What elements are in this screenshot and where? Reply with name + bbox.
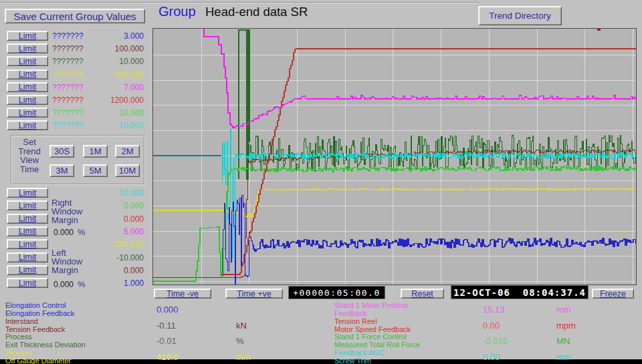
limit-button[interactable]: Limit xyxy=(7,120,48,130)
set-trend-view-time-line: Trend xyxy=(15,147,44,156)
legend-unit: mpm xyxy=(556,321,576,331)
limit-button[interactable]: Limit xyxy=(7,82,48,92)
legend-signal-name: ProcessOff Gauge Diameter xyxy=(5,349,71,364)
trend-view-time-button[interactable]: 10M xyxy=(115,164,140,177)
legend-line1: Stand 1 Mean Position xyxy=(334,302,409,310)
legend-unit: mm xyxy=(556,305,571,315)
group-title: Head-end data SR xyxy=(205,5,308,19)
time-minus-button[interactable]: Time -ve xyxy=(154,289,211,299)
legend-line1: Interstand xyxy=(5,318,65,326)
legend-value: 0.00 xyxy=(483,321,500,331)
legend-signal-name: ProcessExit Thickness Deviation xyxy=(5,333,86,349)
legend-value: 0.000 xyxy=(156,305,179,315)
limit-button[interactable]: Limit xyxy=(7,239,48,249)
legend-value: -0.01 xyxy=(156,336,177,346)
limit-value: 5.000 xyxy=(79,227,144,236)
trend-view-time-button[interactable]: 30S xyxy=(49,145,74,158)
limit-value: 1200.000 xyxy=(79,96,144,105)
trend-view-time-button[interactable]: 1M xyxy=(83,145,108,158)
chart-top-marker xyxy=(597,29,601,31)
right-window-margin-value: 0.000 xyxy=(54,228,74,237)
save-group-values-button[interactable]: Save Current Group Values xyxy=(5,9,145,23)
limit-value: 400.000 xyxy=(79,240,144,249)
limit-button[interactable]: Limit xyxy=(7,43,48,53)
legend-line1: Elongation Control xyxy=(5,302,74,310)
legend-signal-name: Stand 1 Force ControlMeasured Total Roll… xyxy=(334,333,420,349)
limit-button[interactable]: Limit xyxy=(7,214,48,224)
limit-value: 0.000 xyxy=(79,266,144,275)
legend-signal-name: Stand 1 Mean PositionFeedback xyxy=(334,302,409,317)
window-margin-label-line: Margin xyxy=(51,266,82,275)
freeze-button[interactable]: Freeze xyxy=(592,289,634,299)
set-trend-view-time-line: View xyxy=(15,156,44,165)
top-divider xyxy=(0,2,479,3)
window-margin-label-line: Margin xyxy=(51,216,82,224)
limit-button[interactable]: Limit xyxy=(7,278,48,288)
limit-button[interactable]: Limit xyxy=(7,56,48,66)
limit-value: 10.000 xyxy=(79,108,144,118)
datetime-display: 12-OCT-06 08:04:37.4 xyxy=(451,285,588,299)
legend-unit: MN xyxy=(556,336,570,346)
set-trend-view-time-line: Time xyxy=(15,165,44,174)
limit-button[interactable]: Limit xyxy=(7,252,48,262)
legend-line2: Measured Total Roll Force xyxy=(334,341,420,349)
trend-view-time-button[interactable]: 3M xyxy=(49,164,74,177)
trend-display-window: Save Current Group Values Group Head-end… xyxy=(0,0,642,364)
legend-unit: kN xyxy=(236,321,247,331)
trend-directory-button[interactable]: Trend Directory xyxy=(478,6,562,25)
limit-button[interactable]: Limit xyxy=(7,69,48,79)
right-window-margin-label: RightWindowMargin xyxy=(51,198,82,224)
trend-view-time-button[interactable]: 5M xyxy=(83,164,108,177)
limit-value: 100.000 xyxy=(79,44,144,53)
limit-button[interactable]: Limit xyxy=(7,226,48,236)
legend-unit: mm xyxy=(236,352,251,362)
legend-signal-name: Tension ReelMotor Speed Feedback xyxy=(334,318,411,333)
limit-value: 0.000 xyxy=(79,214,144,224)
legend-signal-name: Feedback AGCScrew Trim xyxy=(334,349,385,364)
limit-value: 10.000 xyxy=(79,121,144,130)
limit-button[interactable]: Limit xyxy=(7,31,48,41)
legend-line2: Screw Trim xyxy=(334,357,385,364)
legend-signal-name: Elongation ControlElongation Feedback xyxy=(5,302,74,317)
limit-value: 3.000 xyxy=(79,31,144,41)
legend-line1: Stand 1 Force Control xyxy=(334,333,420,341)
legend-signal-name: InterstandTension Feedback xyxy=(5,318,65,333)
left-window-margin-value: 0.000 xyxy=(54,280,74,289)
legend-value: -0.11 xyxy=(156,321,176,331)
set-trend-view-time-label: SetTrendViewTime xyxy=(15,138,44,174)
time-plus-button[interactable]: Time +ve xyxy=(225,289,283,299)
legend-line2: Exit Thickness Deviation xyxy=(5,341,86,349)
limit-button[interactable]: Limit xyxy=(7,108,48,118)
limit-button[interactable]: Limit xyxy=(7,265,48,275)
left-window-margin-label: LeftWindowMargin xyxy=(51,248,82,275)
limit-button[interactable]: Limit xyxy=(7,200,48,210)
limit-value: 0.000 xyxy=(79,201,144,210)
elapsed-time-display: +00000:05:00.0 xyxy=(288,286,385,299)
trend-chart-svg xyxy=(153,29,636,285)
legend-value: 419.0 xyxy=(156,352,179,362)
legend-line2: Off Gauge Diameter xyxy=(5,357,71,364)
legend-line1: Process xyxy=(5,333,86,341)
limit-value: 500.000 xyxy=(79,70,144,79)
reset-button[interactable]: Reset xyxy=(401,289,444,299)
legend-line1: Feedback AGC xyxy=(334,349,385,357)
legend-line2: Elongation Feedback xyxy=(5,310,74,318)
legend-unit: % xyxy=(236,336,244,346)
limit-value: 10.000 xyxy=(79,57,144,66)
group-label: Group xyxy=(158,4,196,19)
limit-button[interactable]: Limit xyxy=(7,95,48,105)
set-trend-view-time-line: Set xyxy=(15,138,44,147)
bottom-bar xyxy=(0,359,642,364)
limit-value: 1.000 xyxy=(79,279,144,288)
legend-value: -0.015 xyxy=(483,336,508,346)
trend-view-time-button[interactable]: 2M xyxy=(115,145,140,158)
trend-chart[interactable] xyxy=(152,28,637,285)
legend-value: 0.00 xyxy=(483,352,500,362)
legend-line2: Feedback xyxy=(334,310,409,318)
legend-line1: Tension Reel xyxy=(334,318,411,326)
limit-button[interactable]: Limit xyxy=(7,188,48,198)
legend-unit: mm xyxy=(556,352,571,362)
limit-value: 10.000 xyxy=(79,188,144,198)
legend-value: 15.13 xyxy=(483,305,505,315)
limit-value: 7.000 xyxy=(79,83,144,92)
